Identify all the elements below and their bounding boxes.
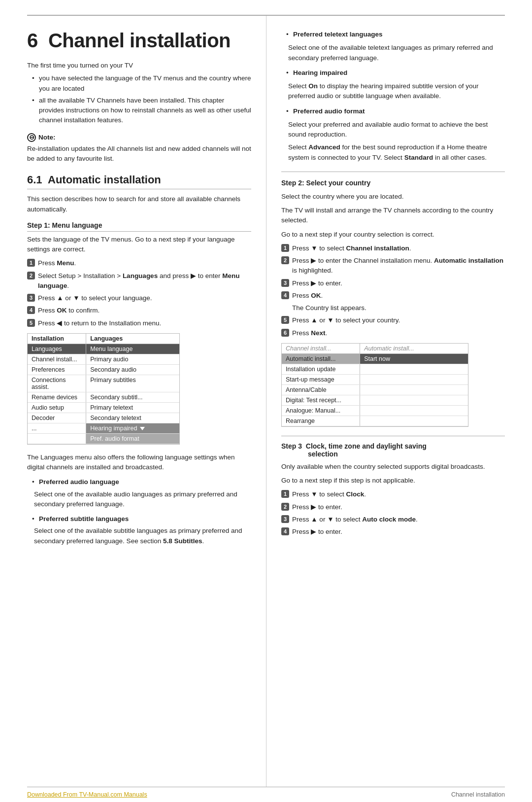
step2-item-2: 2 Press ▶ to enter the Channel installat…: [281, 256, 505, 276]
menu-row: Installation update: [282, 364, 468, 375]
bullet-heading-audio-format: Preferred audio format: [293, 106, 365, 116]
table-row: Connections assist. Primary subtitles: [28, 375, 179, 392]
step1-item-5: 5 Press ◀ to return to the Installation …: [27, 318, 251, 328]
note-icon: ⊖: [27, 133, 36, 142]
table-row: Languages Menu language: [28, 344, 179, 354]
cell-primary-subtitles: Primary subtitles: [86, 375, 179, 392]
step-num-3: 3: [281, 515, 289, 523]
step1-intro: Sets the language of the TV menus. Go to…: [27, 235, 251, 255]
section-intro: This section describes how to search for…: [27, 194, 251, 214]
menu-row: Analogue: Manual...: [282, 406, 468, 416]
menu-header-left: Channel install...: [282, 344, 360, 353]
bullet-hearing: • Hearing impaired Select On to display …: [281, 68, 505, 102]
step3-list: 1 Press ▼ to select Clock. 2 Press ▶ to …: [281, 489, 505, 537]
menu-cell-startup: Start-up message: [282, 375, 360, 384]
step3-item-3: 3 Press ▲ or ▼ to select Auto clock mode…: [281, 515, 505, 524]
step-num-1: 1: [281, 490, 289, 498]
step-num-3: 3: [27, 294, 35, 302]
bullet-text-audio-format-2: Select Advanced for the best sound repro…: [288, 142, 505, 163]
step2-item-1: 1 Press ▼ to select Channel installation…: [281, 244, 505, 253]
col-installation-header: Installation: [28, 334, 86, 344]
step-num-5: 5: [27, 319, 35, 327]
bullet-heading-teletext: Preferred teletext languages: [293, 30, 383, 39]
menu-cell-rearrange: Rearrange: [282, 416, 360, 426]
menu-row: Rearrange: [282, 416, 468, 426]
step-num-4: 4: [281, 291, 289, 299]
content-area: 6 Channel installation The first time yo…: [0, 16, 532, 787]
step2-item-6: 6 Press Next.: [281, 328, 505, 338]
step-num-2: 2: [281, 256, 289, 264]
section-title: 6.1 Automatic installation: [27, 174, 251, 189]
step2-intro-3: Go to a next step if your country select…: [281, 230, 505, 240]
cell-secondary-audio: Secondary audio: [86, 365, 179, 375]
step1-title: Step 1: Menu language: [27, 221, 251, 232]
step-num-5: 5: [281, 316, 289, 324]
footer-right: Channel installation: [451, 791, 505, 798]
cell-primary-audio: Primary audio: [86, 354, 179, 364]
step2-intro-2: The TV will install and arrange the TV c…: [281, 206, 505, 226]
step-num-1: 1: [281, 244, 289, 252]
cell-channel-install: Channel install...: [28, 354, 86, 364]
menu-row: Antenna/Cable: [282, 385, 468, 395]
menu-cell-empty-4: [360, 395, 468, 405]
section-divider-step2: [281, 172, 505, 172]
menu-header: Channel install... Automatic install...: [282, 344, 468, 354]
right-column: • Preferred teletext languages Select on…: [266, 16, 505, 787]
step1-item-4: 4 Press OK to confirm.: [27, 306, 251, 315]
left-column: 6 Channel installation The first time yo…: [27, 16, 266, 787]
step1-item-2: 2 Select Setup > Installation > Language…: [27, 271, 251, 291]
step3-intro-1: Only available when the country selected…: [281, 462, 505, 472]
menu-cell-install-update: Installation update: [282, 364, 360, 374]
menu-header-right: Automatic install...: [360, 344, 468, 353]
table-row: Preferences Secondary audio: [28, 365, 179, 375]
menu-row: Start-up message: [282, 375, 468, 385]
menu-cell-antenna: Antenna/Cable: [282, 385, 360, 395]
bullet-text-audio-format: Select your preferred and available audi…: [288, 120, 505, 140]
intro-bullet-1: • you have selected the language of the …: [32, 73, 251, 94]
cell-empty: [28, 434, 86, 444]
table-row: Pref. audio format: [28, 434, 179, 444]
menu-row: Automatic install... Start now: [282, 354, 468, 364]
step2-title: Step 2: Select your country: [281, 179, 505, 189]
languages-intro: The Languages menu also offers the follo…: [27, 453, 251, 473]
cell-ellipsis: ...: [28, 423, 86, 433]
bullet-text-hearing: Select On to display the hearing impaire…: [288, 81, 505, 102]
step1-list: 1 Press Menu. 2 Select Setup > Installat…: [27, 258, 251, 328]
footer-link[interactable]: Downloaded From TV-Manual.com Manuals: [27, 791, 147, 798]
col-languages-header: Languages: [86, 334, 179, 344]
page: 6 Channel installation The first time yo…: [0, 0, 532, 802]
menu-cell-analogue: Analogue: Manual...: [282, 406, 360, 416]
menu-cell-empty-1: [360, 364, 468, 374]
cell-audio-setup: Audio setup: [28, 403, 86, 413]
bullet-heading-subtitle: Preferred subtitle languages: [39, 515, 129, 523]
step-num-1: 1: [27, 259, 35, 267]
step2-item-3: 3 Press ▶ to enter.: [281, 279, 505, 288]
bullet-heading-audio: Preferred audio language: [39, 478, 119, 486]
cell-rename-devices: Rename devices: [28, 392, 86, 402]
step3-item-4: 4 Press ▶ to enter.: [281, 527, 505, 537]
cell-primary-teletext: Primary teletext: [86, 403, 179, 413]
cell-secondary-teletext: Secondary teletext: [86, 413, 179, 423]
step-num-2: 2: [27, 272, 35, 279]
table-header: Installation Languages: [28, 334, 179, 344]
bullet-text-audio: Select one of the available audio langua…: [34, 489, 251, 510]
note-box: ⊖ Note: Re-installation updates the All …: [27, 133, 251, 164]
bullet-audio-format: • Preferred audio format Select your pre…: [281, 106, 505, 163]
table-row: Audio setup Primary teletext: [28, 403, 179, 413]
chapter-title: 6 Channel installation: [27, 30, 251, 52]
step-num-4: 4: [27, 306, 35, 314]
step2-list: 1 Press ▼ to select Channel installation…: [281, 244, 505, 338]
cell-decoder: Decoder: [28, 413, 86, 423]
menu-cell-empty-5: [360, 406, 468, 416]
cell-menu-language: Menu language: [86, 344, 179, 354]
installation-languages-table: Installation Languages Languages Menu la…: [27, 333, 180, 445]
bullet-preferred-audio: • Preferred audio language Select one of…: [27, 477, 251, 509]
table-row: Rename devices Secondary subtitl...: [28, 392, 179, 403]
cell-pref-audio-format: Pref. audio format: [86, 434, 179, 444]
step3-item-1: 1 Press ▼ to select Clock.: [281, 489, 505, 499]
cell-secondary-subtitles: Secondary subtitl...: [86, 392, 179, 402]
footer-bar: Downloaded From TV-Manual.com Manuals Ch…: [27, 787, 505, 802]
menu-cell-empty-6: [360, 416, 468, 426]
menu-cell-start-now: Start now: [360, 354, 468, 364]
bullet-preferred-subtitle: • Preferred subtitle languages Select on…: [27, 514, 251, 546]
